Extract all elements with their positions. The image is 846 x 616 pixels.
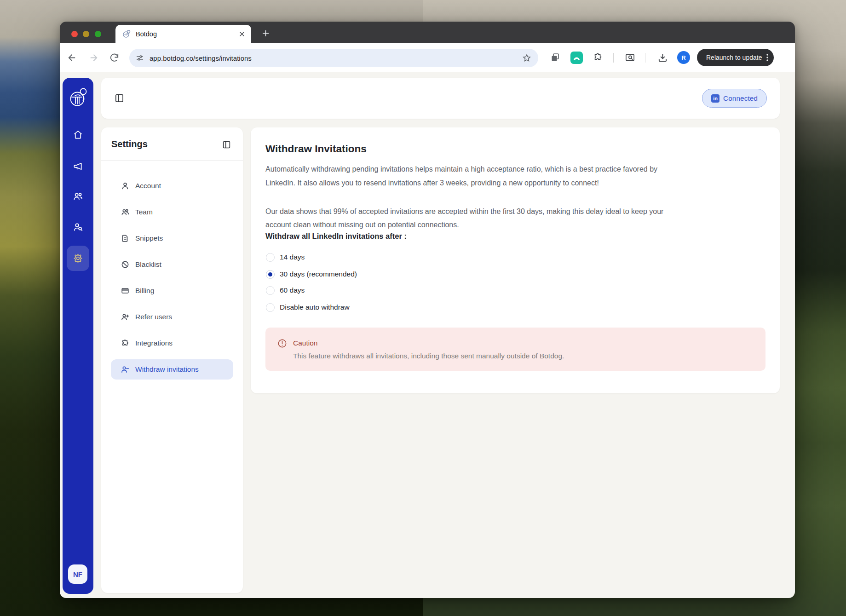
browser-tab[interactable]: Botdog <box>115 25 251 43</box>
snippets-icon <box>121 234 129 242</box>
settings-item-snippets[interactable]: Snippets <box>111 228 233 248</box>
app-rail: NF <box>63 78 93 594</box>
divider <box>101 160 243 161</box>
relaunch-label: Relaunch to update <box>706 54 762 61</box>
megaphone-icon[interactable] <box>63 161 93 172</box>
billing-icon <box>121 287 129 295</box>
settings-item-label: Team <box>135 208 153 216</box>
connected-label: Connected <box>723 94 758 103</box>
caution-text: This feature withdraws all invitations, … <box>293 352 564 360</box>
toolbar-separator <box>645 53 645 63</box>
minimize-window-button[interactable] <box>83 31 89 37</box>
caution-title: Caution <box>293 339 317 347</box>
team-icon <box>121 208 129 216</box>
radio-circle[interactable] <box>266 286 275 295</box>
settings-item-label: Integrations <box>135 339 173 347</box>
botdog-favicon-icon <box>122 29 131 39</box>
settings-item-label: Account <box>135 182 161 190</box>
url-bar[interactable]: app.botdog.co/settings/invitations <box>129 49 538 67</box>
browser-window: Botdog app.botdog.co/settings/invitatio <box>60 22 795 598</box>
radio-circle[interactable] <box>266 303 275 312</box>
caution-alert: Caution This feature withdraws all invit… <box>265 328 765 371</box>
radio-14-days[interactable]: 14 days <box>266 251 305 263</box>
settings-item-label: Snippets <box>135 234 163 242</box>
settings-item-label: Withdraw invitations <box>135 365 199 374</box>
linkedin-connected-badge[interactable]: in Connected <box>702 89 767 108</box>
workspace-avatar[interactable]: NF <box>68 564 87 584</box>
reload-icon[interactable] <box>109 52 120 63</box>
radio-circle[interactable] <box>266 270 275 279</box>
settings-menu: Account Team Snippets <box>111 176 233 386</box>
withdraw-invitations-panel: Withdraw Invitations Automatically withd… <box>251 127 780 393</box>
gear-icon[interactable] <box>63 253 93 264</box>
settings-collapse-icon[interactable] <box>222 140 231 149</box>
integrations-icon <box>121 339 129 347</box>
download-icon[interactable] <box>657 52 668 63</box>
data-paragraph: Our data shows that 99% of accepted invi… <box>265 205 765 231</box>
settings-item-label: Blacklist <box>135 260 161 269</box>
radio-60-days[interactable]: 60 days <box>266 284 305 296</box>
sidebar-toggle-icon[interactable] <box>115 93 124 103</box>
intro-paragraph: Automatically withdrawing pending invita… <box>265 162 765 190</box>
extensions-puzzle-icon[interactable] <box>593 52 603 63</box>
screen-search-icon[interactable] <box>625 52 635 63</box>
radio-group-heading: Withdraw all LinkedIn invitations after … <box>265 232 407 241</box>
radio-disable-auto-withdraw[interactable]: Disable auto withdraw <box>266 301 350 313</box>
blacklist-icon <box>121 260 129 269</box>
toolbar-separator <box>613 53 614 63</box>
relaunch-button[interactable]: Relaunch to update <box>697 49 774 66</box>
new-tab-button[interactable] <box>259 27 271 39</box>
url-text[interactable]: app.botdog.co/settings/invitations <box>150 54 252 62</box>
radio-circle[interactable] <box>266 253 275 262</box>
profile-avatar[interactable]: R <box>677 51 690 64</box>
home-icon[interactable] <box>63 129 93 140</box>
browser-toolbar: app.botdog.co/settings/invitations R Rel… <box>60 43 795 72</box>
refer-users-icon <box>121 313 129 321</box>
settings-item-refer-users[interactable]: Refer users <box>111 307 233 327</box>
radio-30-days[interactable]: 30 days (recommended) <box>266 268 357 280</box>
linkedin-icon: in <box>711 94 719 103</box>
forward-icon[interactable] <box>88 52 99 63</box>
app-page: NF in Connected Settings <box>60 72 795 598</box>
settings-item-blacklist[interactable]: Blacklist <box>111 254 233 275</box>
team-icon[interactable] <box>63 191 93 201</box>
page-header: in Connected <box>101 78 780 119</box>
user-search-icon[interactable] <box>63 222 93 232</box>
settings-item-label: Refer users <box>135 313 172 321</box>
settings-item-withdraw-invitations[interactable]: Withdraw invitations <box>111 359 233 380</box>
settings-panel: Settings Account Team <box>101 127 243 593</box>
settings-item-integrations[interactable]: Integrations <box>111 333 233 353</box>
zoom-window-button[interactable] <box>95 31 101 37</box>
settings-title: Settings <box>111 139 148 150</box>
settings-item-billing[interactable]: Billing <box>111 281 233 301</box>
tab-title: Botdog <box>136 30 157 38</box>
back-icon[interactable] <box>67 52 77 63</box>
account-icon <box>121 182 129 190</box>
settings-item-account[interactable]: Account <box>111 176 233 196</box>
botdog-logo[interactable] <box>66 86 91 110</box>
withdraw-invitations-icon <box>121 365 129 374</box>
settings-item-team[interactable]: Team <box>111 202 233 222</box>
tune-icon[interactable] <box>136 54 144 62</box>
settings-item-label: Billing <box>135 287 154 295</box>
tab-strip: Botdog <box>60 22 795 43</box>
page-title: Withdraw Invitations <box>265 143 367 155</box>
tab-close-icon[interactable] <box>239 31 245 37</box>
more-vert-icon[interactable] <box>766 54 768 61</box>
tab-copy-icon[interactable] <box>550 52 560 63</box>
bookmark-star-icon[interactable] <box>522 53 531 63</box>
close-window-button[interactable] <box>71 31 78 37</box>
alert-circle-icon <box>277 339 287 348</box>
extension-teal-icon[interactable] <box>570 52 583 64</box>
